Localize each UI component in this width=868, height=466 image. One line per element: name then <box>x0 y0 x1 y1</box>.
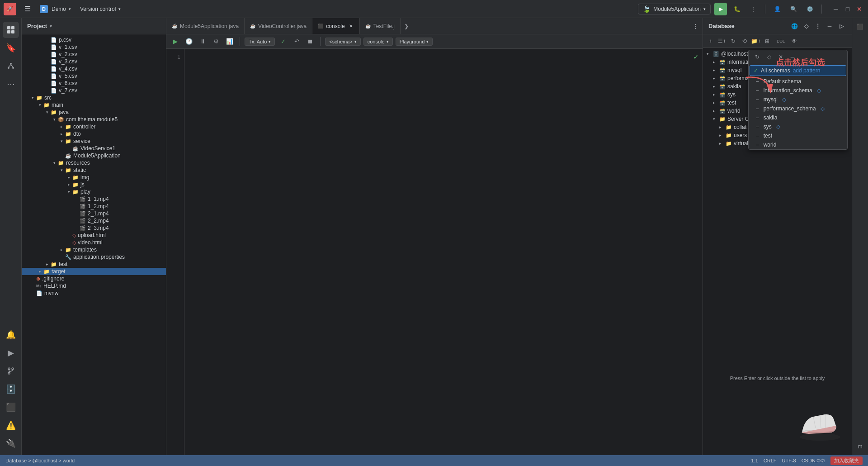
tree-item-service[interactable]: ▾ 📁 service <box>22 138 166 145</box>
tree-item-video-html[interactable]: ◇ video.html <box>22 239 166 246</box>
tab-close-console[interactable]: ✕ <box>348 23 354 29</box>
problems-icon[interactable]: ⚠️ <box>3 417 19 433</box>
maximize-button[interactable]: □ <box>843 4 853 14</box>
tab-more-button[interactable]: ❯ <box>401 18 412 34</box>
db-add-folder-btn[interactable]: 📁+ <box>751 36 761 46</box>
db-sync-btn[interactable]: ⟲ <box>740 36 750 46</box>
tree-item-11mp4[interactable]: 🎬 1_1.mp4 <box>22 195 166 203</box>
tree-item-21mp4[interactable]: 🎬 2_1.mp4 <box>22 210 166 217</box>
tree-item-app-props[interactable]: 🔧 application.properties <box>22 253 166 261</box>
db-minimize-icon[interactable]: ─ <box>825 21 835 31</box>
tree-item-package[interactable]: ▾ 📦 com.itheima.module5 <box>22 116 166 123</box>
terminal-icon[interactable]: ⬛ <box>3 399 19 415</box>
search-button[interactable]: 🔍 <box>787 3 800 15</box>
db-add-btn[interactable]: + <box>706 36 716 46</box>
tree-item-12mp4[interactable]: 🎬 1_2.mp4 <box>22 203 166 210</box>
run-panel-icon[interactable]: ▶ <box>3 345 19 361</box>
tree-item-play[interactable]: ▾ 📁 play <box>22 188 166 195</box>
tree-item-module5app[interactable]: ☕ Module5Application <box>22 152 166 159</box>
cancel-transaction-button[interactable]: ⏹ <box>305 36 316 47</box>
structure-icon[interactable] <box>3 58 19 74</box>
schema-information-schema[interactable]: – information_schema ◇ <box>749 86 847 95</box>
tree-item-v6[interactable]: 📄 v_6.csv <box>22 80 166 87</box>
tree-item-videoservice[interactable]: ☕ VideoService1 <box>22 145 166 152</box>
settings-button[interactable]: ⚙️ <box>803 3 816 15</box>
schema-dropdown-btn[interactable]: <schema> ▾ <box>325 38 360 46</box>
table-view-button[interactable]: 📊 <box>224 36 235 47</box>
tree-item-templates[interactable]: ▸ 📁 templates <box>22 246 166 253</box>
schema-diamond-btn[interactable]: ◇ <box>764 52 774 62</box>
version-control-menu[interactable]: Version control ▾ <box>75 4 125 14</box>
right-bar-icon1[interactable]: ⬛ <box>855 22 865 32</box>
tab-videocontroller[interactable]: ☕ VideoController.java <box>245 18 312 34</box>
tab-options-button[interactable]: ⋮ <box>690 21 701 32</box>
db-add-schema-btn[interactable]: ☰+ <box>717 36 727 46</box>
playground-dropdown[interactable]: Playground ▾ <box>396 38 433 46</box>
tree-item-v3[interactable]: 📄 v_3.csv <box>22 58 166 65</box>
schema-minimize-btn[interactable]: ─ <box>788 52 797 62</box>
schema-test[interactable]: – test <box>749 131 847 140</box>
db-diamond-icon[interactable]: ◇ <box>801 21 811 31</box>
schema-world[interactable]: – world <box>749 140 847 149</box>
tree-item-help-md[interactable]: M↓ HELP.md <box>22 282 166 290</box>
run-button[interactable]: ▶ <box>714 3 727 15</box>
db-refresh-btn[interactable]: ↻ <box>728 36 738 46</box>
tree-item-js[interactable]: ▸ 📁 js <box>22 181 166 188</box>
tree-item-main[interactable]: ▾ 📁 main <box>22 101 166 109</box>
history-button[interactable]: 🕐 <box>184 36 194 47</box>
tree-item-mvnw[interactable]: 📄 mvnw <box>22 290 166 297</box>
settings-query-button[interactable]: ⚙ <box>211 36 222 47</box>
favorite-link[interactable]: 加入收藏夹 <box>830 456 863 465</box>
schema-performance[interactable]: – performance_schema ◇ <box>749 104 847 113</box>
db-eye-btn[interactable]: 👁 <box>789 36 799 46</box>
tree-item-v5[interactable]: 📄 v_5.csv <box>22 72 166 80</box>
git-icon[interactable] <box>3 363 19 379</box>
minimize-button[interactable]: ─ <box>831 4 841 14</box>
schema-refresh-btn[interactable]: ↻ <box>752 52 762 62</box>
tx-auto-dropdown[interactable]: Tx: Auto ▾ <box>245 38 275 46</box>
console-dropdown-btn[interactable]: console ▾ <box>363 38 393 46</box>
tree-item-resources[interactable]: ▾ 📁 resources <box>22 159 166 166</box>
db-right-icon-bar-toggle[interactable]: ▷ <box>836 21 846 31</box>
schema-all-schemas-item[interactable]: ✓ All schemas add pattern <box>750 65 846 76</box>
right-bar-icon2[interactable]: m <box>855 442 865 452</box>
tree-item-v4[interactable]: 📄 v_4.csv <box>22 65 166 72</box>
tree-item-test[interactable]: ▸ 📁 test <box>22 261 166 268</box>
tree-item-v1[interactable]: 📄 v_1.csv <box>22 43 166 51</box>
schema-mysql[interactable]: – mysql ◇ <box>749 95 847 104</box>
profile-button[interactable]: 👤 <box>771 3 783 15</box>
db-ddl-btn[interactable]: DDL <box>774 36 788 46</box>
tree-item-controller[interactable]: ▸ 📁 controller <box>22 123 166 130</box>
tree-item-static[interactable]: ▾ 📁 static <box>22 166 166 174</box>
plugins-icon[interactable]: 🔌 <box>3 435 19 452</box>
undo-button[interactable]: ↶ <box>291 36 302 47</box>
run-query-button[interactable]: ▶ <box>170 36 181 47</box>
db-more-icon[interactable]: ⋮ <box>813 21 823 31</box>
database-icon[interactable]: 🗄️ <box>3 381 19 397</box>
tree-item-22mp4[interactable]: 🎬 2_2.mp4 <box>22 217 166 224</box>
schema-dropdown-overlay[interactable]: ↻ ◇ ✕ ─ ✓ All schemas add pattern – Defa… <box>748 50 848 150</box>
debug-button[interactable]: 🐛 <box>731 3 743 15</box>
tree-item-dto[interactable]: ▸ 📁 dto <box>22 130 166 138</box>
tree-item-src[interactable]: ▾ 📁 src <box>22 94 166 101</box>
add-pattern-link[interactable]: add pattern <box>793 67 821 74</box>
tree-item-p-csv[interactable]: 📄 p.csv <box>22 36 166 43</box>
more-tools-icon[interactable]: ⋯ <box>3 76 19 92</box>
schema-sys[interactable]: – sys ◇ <box>749 122 847 131</box>
tree-item-v7[interactable]: 📄 v_7.csv <box>22 87 166 94</box>
schema-sakila[interactable]: – sakila <box>749 113 847 122</box>
tree-item-23mp4[interactable]: 🎬 2_3.mp4 <box>22 224 166 232</box>
demo-menu[interactable]: D Demo ▾ <box>35 3 75 15</box>
check-button[interactable]: ✓ <box>278 36 288 47</box>
bookmark-icon[interactable]: 🔖 <box>3 40 19 56</box>
tab-module5app[interactable]: ☕ Module5Application.java <box>166 18 245 34</box>
editor-content[interactable]: 1 ✓ <box>166 49 703 455</box>
project-icon[interactable] <box>3 22 19 38</box>
tree-item-upload-html[interactable]: ◇ upload.html <box>22 232 166 239</box>
db-globe-icon[interactable]: 🌐 <box>789 21 799 31</box>
close-button[interactable]: ✕ <box>854 4 864 14</box>
notifications-icon[interactable]: 🔔 <box>3 327 19 343</box>
tree-item-img[interactable]: ▸ 📁 img <box>22 174 166 181</box>
stop-button[interactable]: ⏸ <box>197 36 208 47</box>
hamburger-menu[interactable]: ☰ <box>20 3 35 15</box>
